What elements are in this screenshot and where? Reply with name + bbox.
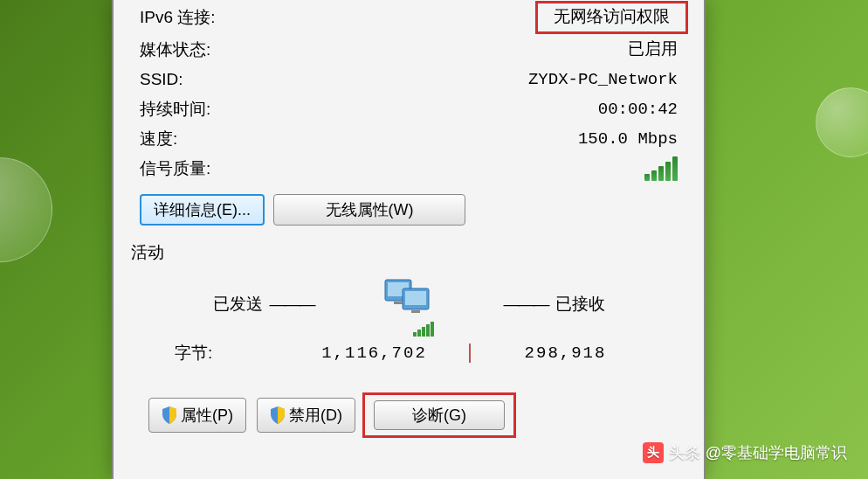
background-bubble (816, 87, 868, 157)
duration-label: 持续时间: (140, 97, 271, 121)
info-row-ssid: SSID: ZYDX-PC_Network (140, 65, 678, 94)
signal-quality-label: 信号质量: (140, 156, 271, 181)
ipv6-value: 无网络访问权限 (535, 1, 688, 34)
svg-rect-3 (405, 291, 426, 305)
background-bubble (0, 157, 52, 262)
properties-button[interactable]: 属性(P) (148, 398, 246, 433)
info-row-ipv6: IPv6 连接: 无网络访问权限 (140, 0, 678, 35)
speed-value: 150.0 Mbps (578, 127, 678, 151)
sent-label: 已发送——— (175, 293, 352, 316)
bytes-received-value: 298,918 (471, 344, 660, 363)
diagnose-highlight: 诊断(G) (362, 392, 516, 438)
network-status-dialog: IPv6 连接: 无网络访问权限 媒体状态: 已启用 SSID: ZYDX-PC… (112, 0, 706, 479)
received-label: ———已接收 (465, 293, 643, 316)
disable-button[interactable]: 禁用(D) (257, 398, 355, 433)
speed-label: 速度: (140, 127, 271, 151)
bytes-label: 字节: (175, 342, 279, 364)
media-state-label: 媒体状态: (140, 38, 271, 62)
details-button[interactable]: 详细信息(E)... (140, 194, 265, 226)
signal-bars-icon (644, 156, 678, 181)
info-row-signal: 信号质量: (140, 154, 678, 184)
shield-icon (270, 406, 286, 424)
ssid-value: ZYDX-PC_Network (528, 67, 678, 92)
watermark-prefix: 头条 (669, 442, 700, 463)
wireless-properties-button[interactable]: 无线属性(W) (273, 194, 465, 226)
network-activity-icon (378, 273, 439, 335)
watermark-text: @零基础学电脑常识 (706, 442, 847, 463)
ipv6-label: IPv6 连接: (140, 5, 271, 30)
info-row-speed: 速度: 150.0 Mbps (140, 124, 678, 154)
watermark: 头 头条 @零基础学电脑常识 (643, 442, 847, 463)
info-row-media: 媒体状态: 已启用 (140, 35, 678, 65)
diagnose-button[interactable]: 诊断(G) (374, 400, 505, 430)
svg-rect-5 (411, 310, 420, 313)
media-state-value: 已启用 (628, 38, 678, 62)
ssid-label: SSID: (140, 67, 271, 92)
shield-icon (162, 406, 177, 424)
bytes-sent-value: 1,116,702 (279, 344, 469, 363)
svg-rect-4 (394, 302, 403, 304)
duration-value: 00:00:42 (598, 97, 678, 121)
activity-section-title: 活动 (131, 241, 678, 264)
info-row-duration: 持续时间: 00:00:42 (140, 94, 678, 124)
watermark-icon: 头 (643, 442, 664, 463)
